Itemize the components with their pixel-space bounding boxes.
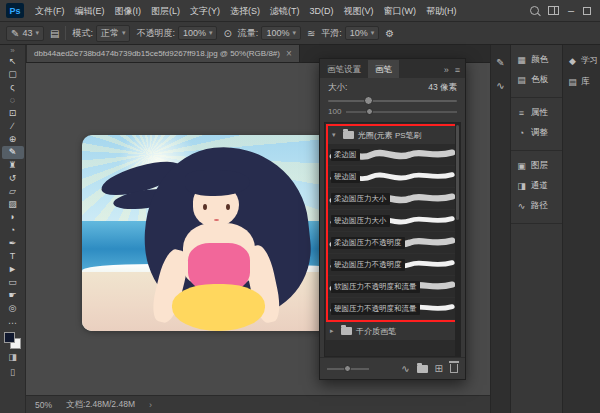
brush-panel-tab[interactable]: 画笔设置 xyxy=(320,60,368,78)
crop-tool[interactable]: ⊡ xyxy=(2,107,24,120)
thumbnail-size-slider[interactable] xyxy=(327,368,369,370)
brush-settings-panel-icon[interactable]: ✎ xyxy=(496,57,504,68)
brush-folder-dry-media[interactable]: ▸ 干介质画笔 xyxy=(326,322,459,340)
menu-item[interactable]: 3D(D) xyxy=(305,0,339,22)
toolbar-collapse-icon[interactable]: » xyxy=(10,46,14,55)
delete-trash-icon[interactable] xyxy=(450,364,458,373)
panel-menu-icon[interactable]: ≡ xyxy=(455,65,460,75)
brush-tool-icon: ✎ xyxy=(11,28,19,39)
new-folder-icon[interactable] xyxy=(417,365,428,373)
mode-select[interactable]: 正常 ▾ xyxy=(96,25,131,42)
new-brush-icon[interactable]: ⊞ xyxy=(435,363,443,374)
blur-tool[interactable]: ◗ xyxy=(2,211,24,224)
menu-item[interactable]: 图像(I) xyxy=(110,0,147,22)
menu-item[interactable]: 图层(L) xyxy=(146,0,185,22)
panel-layers[interactable]: ▣ 图层 xyxy=(511,156,562,176)
status-options-chevron-icon[interactable]: › xyxy=(149,400,152,410)
foreground-background-colors[interactable] xyxy=(4,332,21,349)
brush-panel-tab[interactable]: 画笔 xyxy=(368,60,399,78)
pen-pressure-opacity-icon[interactable]: ⊙ xyxy=(223,28,231,39)
brush-item[interactable]: 柔边圆压力不透明度 xyxy=(328,232,457,254)
thumbnail-size-slider-knob[interactable] xyxy=(344,365,351,372)
airbrush-icon[interactable]: ≋ xyxy=(307,28,315,39)
menu-item[interactable]: 文字(Y) xyxy=(185,0,225,22)
brush-item-label: 柔边圆 xyxy=(331,149,360,161)
panel-properties[interactable]: ≡ 属性 xyxy=(511,103,562,123)
brush-item[interactable]: 硬圆压力不透明度和流量 xyxy=(328,298,457,320)
brush-item[interactable]: 软圆压力不透明度和流量 xyxy=(328,276,457,298)
type-tool[interactable]: T xyxy=(2,250,24,263)
minimize-icon[interactable]: – xyxy=(568,6,574,15)
zoom-tool[interactable]: ◎ xyxy=(2,302,24,315)
brush-item[interactable]: 硬边圆压力大小 xyxy=(328,210,457,232)
stroke-preview-toggle-icon[interactable]: ∿ xyxy=(401,363,409,374)
foreground-color-swatch[interactable] xyxy=(4,332,15,343)
brush-item[interactable]: 柔边圆压力大小 xyxy=(328,188,457,210)
search-icon[interactable] xyxy=(530,6,539,15)
panel-channels[interactable]: ◨ 通道 xyxy=(511,176,562,196)
panel-swatches[interactable]: ▤ 色板 xyxy=(511,70,562,90)
scrollbar[interactable] xyxy=(455,123,460,356)
panel-expand-icon[interactable]: » xyxy=(444,65,449,75)
brush-settings-toggle-icon[interactable]: ▤ xyxy=(50,28,59,39)
menu-item[interactable]: 编辑(E) xyxy=(70,0,110,22)
maximize-icon[interactable] xyxy=(583,7,591,15)
menu-item[interactable]: 窗口(W) xyxy=(379,0,422,22)
zoom-level-field[interactable]: 50% xyxy=(35,400,52,410)
brush-folder-label: 光圈(元素 PS笔刷 xyxy=(358,130,422,141)
shape-tool[interactable]: ▭ xyxy=(2,276,24,289)
marquee-tool[interactable]: ▢ xyxy=(2,68,24,81)
scrollbar-thumb[interactable] xyxy=(456,125,459,220)
lasso-tool[interactable]: ς xyxy=(2,81,24,94)
brush-tool[interactable]: ✎ xyxy=(2,146,24,159)
brush-size-slider[interactable] xyxy=(328,100,457,102)
panel-library[interactable]: ▤ 库 xyxy=(563,73,600,91)
brush-size-value[interactable]: 43 像素 xyxy=(428,82,457,94)
menu-item[interactable]: 视图(V) xyxy=(339,0,379,22)
tool-icon: ◌ xyxy=(10,94,15,107)
clone-stamp-tool[interactable]: ♜ xyxy=(2,159,24,172)
workspace-switcher-icon[interactable] xyxy=(548,6,559,15)
smoothing-gear-icon[interactable]: ⚙ xyxy=(385,28,394,39)
panel-adjustments[interactable]: ◔ 调整 xyxy=(511,123,562,143)
menu-item[interactable]: 选择(S) xyxy=(225,0,265,22)
smoothing-value: 10% xyxy=(350,28,368,38)
dodge-tool[interactable]: ◔ xyxy=(2,224,24,237)
brush-item[interactable]: 硬边圆压力不透明度 xyxy=(328,254,457,276)
opacity-select[interactable]: 100% ▾ xyxy=(178,26,218,40)
brush-folder-aperture[interactable]: ▾ 光圈(元素 PS笔刷 xyxy=(328,126,457,144)
opacity-value: 100% xyxy=(183,28,206,38)
edit-toolbar-icon[interactable]: ⋯ xyxy=(8,318,17,328)
panel-icon: ▤ xyxy=(567,77,578,87)
brush-preset-picker[interactable]: ✎ 43 ▾ xyxy=(6,26,44,41)
history-brush-tool[interactable]: ↺ xyxy=(2,172,24,185)
panel-learn[interactable]: ◆ 学习 xyxy=(563,52,600,70)
brush-angle-slider[interactable] xyxy=(346,111,457,113)
canvas-artwork[interactable] xyxy=(82,135,340,331)
eyedropper-tool[interactable]: ∕ xyxy=(2,120,24,133)
menu-item[interactable]: 滤镜(T) xyxy=(265,0,305,22)
menu-item[interactable]: 帮助(H) xyxy=(421,0,462,22)
panel-paths[interactable]: ∿ 路径 xyxy=(511,196,562,216)
brush-item[interactable]: 柔边圆 xyxy=(328,144,457,166)
pen-tool[interactable]: ✒ xyxy=(2,237,24,250)
screen-mode-icon[interactable]: ▯ xyxy=(10,367,15,379)
flow-select[interactable]: 100% ▾ xyxy=(261,26,301,40)
brush-item[interactable]: 硬边圆 xyxy=(328,166,457,188)
brush-angle-slider-knob[interactable] xyxy=(366,108,373,115)
hand-tool[interactable]: ☛ xyxy=(2,289,24,302)
menu-item[interactable]: 文件(F) xyxy=(30,0,70,22)
panel-color[interactable]: ▦ 颜色 xyxy=(511,50,562,70)
smoothing-select[interactable]: 10% ▾ xyxy=(345,26,380,40)
document-tab[interactable]: dbb44aed2e738bd474b739db15ce5fd9267ff918… xyxy=(27,45,300,62)
eraser-tool[interactable]: ▱ xyxy=(2,185,24,198)
brush-angle-value[interactable]: 100 xyxy=(328,107,341,116)
gradient-tool[interactable]: ▨ xyxy=(2,198,24,211)
close-icon[interactable]: × xyxy=(286,49,292,59)
healing-brush-tool[interactable]: ⊕ xyxy=(2,133,24,146)
move-tool[interactable]: ↖ xyxy=(2,55,24,68)
brush-stroke-panel-icon[interactable]: ∿ xyxy=(496,80,504,91)
path-selection-tool[interactable]: ► xyxy=(2,263,24,276)
quick-mask-icon[interactable]: ◨ xyxy=(8,352,17,364)
quick-selection-tool[interactable]: ◌ xyxy=(2,94,24,107)
